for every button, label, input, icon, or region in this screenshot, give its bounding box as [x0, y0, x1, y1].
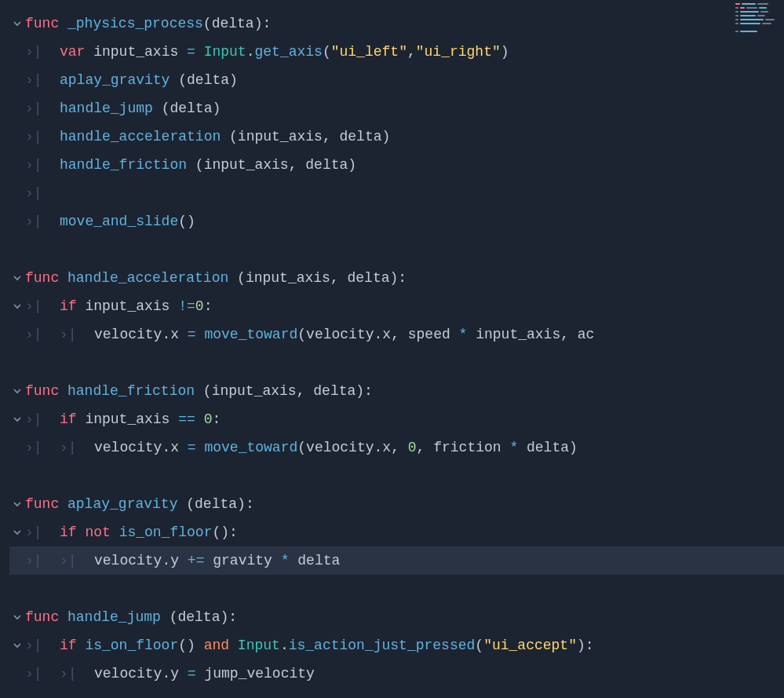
- fold-arrow-icon[interactable]: [9, 20, 25, 27]
- code-line[interactable]: [9, 462, 784, 490]
- code-line[interactable]: func aplay_gravity (delta):: [9, 490, 784, 518]
- code-token: if: [60, 405, 85, 433]
- code-token: (: [475, 631, 483, 660]
- code-token: velocity: [94, 660, 162, 688]
- code-line[interactable]: ›| if is_on_floor() and Input.is_action_…: [9, 631, 784, 660]
- minimap-segment: [746, 7, 757, 9]
- minimap[interactable]: [735, 3, 781, 35]
- indent-guide: ›|: [25, 207, 60, 236]
- code-line[interactable]: func _physics_process(delta):: [9, 9, 784, 38]
- code-line[interactable]: ›| move_and_slide(): [9, 207, 784, 236]
- indent-guide: ›|: [25, 179, 60, 207]
- indent-guide: ›|: [25, 151, 60, 179]
- code-editor[interactable]: func _physics_process(delta):›| var inpu…: [0, 0, 784, 697]
- fold-arrow-icon[interactable]: [9, 302, 25, 310]
- code-token: =: [188, 660, 205, 688]
- minimap-segment: [760, 11, 768, 13]
- minimap-row: [735, 15, 781, 16]
- fold-arrow-icon[interactable]: [9, 387, 25, 395]
- code-line[interactable]: ›|: [9, 179, 784, 207]
- minimap-segment: [759, 7, 767, 9]
- code-token: aplay_gravity: [67, 490, 186, 518]
- minimap-row: [735, 31, 781, 32]
- code-line[interactable]: ›| handle_jump (delta): [9, 94, 784, 122]
- code-token: delta: [177, 603, 220, 631]
- code-line[interactable]: func handle_acceleration (input_axis, de…: [9, 264, 784, 292]
- code-token: func: [25, 9, 67, 38]
- code-token: ):: [220, 603, 237, 631]
- code-token: func: [25, 603, 67, 631]
- minimap-segment: [762, 23, 771, 24]
- code-token: if not: [60, 518, 119, 546]
- code-token: var: [60, 38, 93, 66]
- code-token: (: [162, 94, 170, 122]
- code-line[interactable]: [9, 575, 784, 603]
- minimap-segment: [735, 15, 738, 16]
- indent-guide: ›|: [60, 546, 94, 575]
- code-line[interactable]: [9, 236, 784, 264]
- code-token: 0: [204, 405, 213, 433]
- code-line[interactable]: ›| if input_axis !=0:: [9, 292, 784, 320]
- code-line[interactable]: ›| if input_axis == 0:: [9, 405, 784, 433]
- minimap-segment: [765, 19, 775, 20]
- code-line[interactable]: ›| ›| velocity.y = jump_velocity: [9, 660, 784, 688]
- fold-arrow-icon[interactable]: [9, 613, 25, 621]
- code-token: ,: [417, 433, 434, 462]
- code-token: velocity: [94, 320, 162, 349]
- code-line[interactable]: func handle_jump (delta):: [9, 603, 784, 631]
- indent-guide: ›|: [25, 660, 60, 688]
- minimap-segment: [735, 7, 738, 9]
- code-line[interactable]: ›| aplay_gravity (delta): [9, 66, 784, 94]
- code-token: x: [382, 433, 391, 462]
- code-token: ,: [407, 38, 416, 66]
- fold-arrow-icon[interactable]: [9, 500, 25, 508]
- indent-guide: ›|: [25, 631, 60, 660]
- code-token: delta: [170, 94, 212, 122]
- code-token: +=: [188, 546, 213, 575]
- code-line[interactable]: ›| ›| velocity.x = move_toward(velocity.…: [9, 433, 784, 462]
- code-token: (: [186, 490, 195, 518]
- code-token: func: [25, 490, 67, 518]
- indent-guide: ›|: [25, 433, 60, 462]
- code-token: jump_velocity: [204, 660, 314, 688]
- code-token: (): [178, 207, 195, 236]
- code-token: .: [374, 433, 383, 462]
- code-token: !=: [178, 292, 195, 320]
- fold-arrow-icon[interactable]: [9, 641, 25, 649]
- code-token: input_axis: [238, 122, 323, 151]
- code-token: (: [297, 433, 306, 462]
- code-token: ):: [577, 631, 594, 660]
- minimap-row: [735, 7, 781, 9]
- code-line[interactable]: ›| if not is_on_floor():: [9, 518, 784, 546]
- code-token: velocity: [306, 433, 374, 462]
- code-token: =: [187, 38, 204, 66]
- fold-arrow-icon[interactable]: [9, 528, 25, 536]
- code-token: move_toward: [204, 433, 297, 462]
- fold-arrow-icon[interactable]: [9, 274, 25, 282]
- fold-arrow-icon[interactable]: [9, 415, 25, 423]
- code-token: .: [374, 320, 383, 349]
- code-token: get_axis: [254, 38, 322, 66]
- code-token: (: [297, 320, 306, 349]
- code-token: ):: [356, 377, 373, 405]
- indent-guide: ›|: [25, 38, 60, 66]
- code-token: .: [280, 631, 289, 660]
- code-token: "ui_left": [331, 38, 407, 66]
- code-line[interactable]: ›| var input_axis = Input.get_axis("ui_l…: [9, 38, 784, 66]
- code-line[interactable]: ›| ›| velocity.x = move_toward(velocity.…: [9, 320, 784, 349]
- code-token: and: [204, 631, 238, 660]
- code-token: ):: [390, 264, 407, 292]
- code-line[interactable]: [9, 349, 784, 377]
- minimap-segment: [735, 31, 738, 32]
- code-token: delta: [527, 433, 569, 462]
- code-token: friction: [433, 433, 509, 462]
- code-token: ==: [178, 405, 203, 433]
- code-token: velocity: [306, 320, 374, 349]
- code-token: is_on_floor: [119, 518, 213, 546]
- code-token: if: [60, 292, 85, 320]
- code-line[interactable]: ›| handle_acceleration (input_axis, delt…: [9, 122, 784, 151]
- code-line[interactable]: ›| ›| velocity.y += gravity * delta: [9, 546, 784, 575]
- code-line[interactable]: ›| handle_friction (input_axis, delta): [9, 151, 784, 179]
- code-line[interactable]: func handle_friction (input_axis, delta)…: [9, 377, 784, 405]
- indent-guide: ›|: [60, 320, 94, 349]
